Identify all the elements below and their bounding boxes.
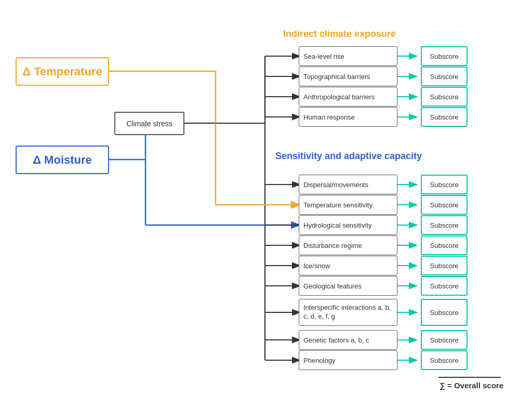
moisture-label: Δ Moisture [33, 153, 92, 167]
item-disturbance: Disturbance regime [299, 235, 397, 255]
subscore-anthropological: Subscore [421, 87, 468, 107]
item-hydrological: Hydrological sensitivity [299, 215, 397, 235]
subscore-interspecific: Subscore [421, 299, 468, 326]
item-anthropological: Anthropological barriers [299, 87, 397, 107]
summary-text: ∑ = Overall score [440, 381, 503, 390]
diagram: Δ Temperature Δ Moisture Climate stress … [0, 0, 532, 408]
subscore-genetic: Subscore [421, 330, 468, 350]
summary-line [438, 377, 501, 378]
moisture-box: Δ Moisture [16, 146, 109, 174]
subscore-topographical: Subscore [421, 67, 468, 86]
subscore-hydrological: Subscore [421, 215, 468, 235]
temperature-box: Δ Temperature [16, 57, 109, 86]
item-human-response: Human response [299, 107, 397, 127]
item-geological: Geological features [299, 276, 397, 296]
subscore-ice-snow: Subscore [421, 256, 468, 275]
subscore-sea-level: Subscore [421, 46, 468, 66]
temperature-label: Δ Temperature [22, 65, 102, 78]
indirect-header: Indirect climate exposure [283, 29, 396, 40]
subscore-disturbance: Subscore [421, 235, 468, 255]
subscore-human-response: Subscore [421, 107, 468, 127]
climate-stress-box: Climate stress [114, 112, 184, 135]
item-phenology: Phenology [299, 350, 397, 370]
item-interspecific: Interspecific interactions a, b, c, d, e… [299, 299, 397, 326]
item-sea-level: Sea-level rise [299, 46, 397, 66]
item-topographical: Topographical barriers [299, 67, 397, 86]
item-genetic: Genetic factors a, b, c [299, 330, 397, 350]
subscore-phenology: Subscore [421, 350, 468, 370]
item-ice-snow: Ice/snow [299, 256, 397, 275]
subscore-temperature-sensitivity: Subscore [421, 195, 468, 215]
item-temperature-sensitivity: Temperature sensitivity [299, 195, 397, 215]
sensitivity-header: Sensitivity and adaptive capacity [275, 151, 422, 162]
subscore-dispersal: Subscore [421, 175, 468, 194]
climate-stress-label: Climate stress [126, 120, 172, 128]
item-dispersal: Dispersal/movements [299, 175, 397, 194]
subscore-geological: Subscore [421, 276, 468, 296]
